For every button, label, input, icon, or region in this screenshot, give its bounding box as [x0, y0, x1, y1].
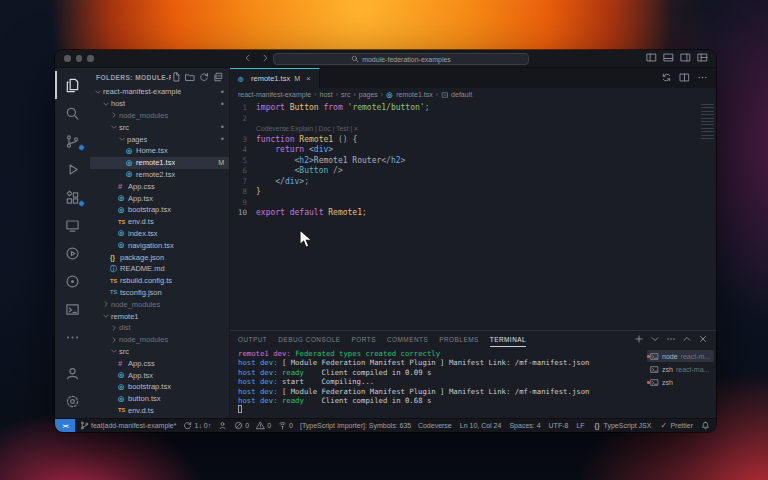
- status-cursor-position[interactable]: Ln 10, Col 24: [460, 422, 502, 429]
- activity-codeverse[interactable]: [55, 267, 90, 295]
- codelens-actions[interactable]: Codeverse:Explain | Doc | Test | ×: [256, 124, 358, 135]
- tree-item-package-json[interactable]: {}package.json: [90, 251, 229, 263]
- activity-remote-explorer[interactable]: [55, 211, 90, 239]
- status-ports[interactable]: 0: [278, 421, 293, 430]
- tree-item-remote1[interactable]: remote1: [90, 310, 229, 322]
- status-formatter[interactable]: ✓Prettier: [659, 421, 693, 430]
- tree-item-bootstrap-tsx[interactable]: ◎bootstrap.tsx: [90, 381, 229, 393]
- more-button[interactable]: [697, 72, 708, 85]
- refresh-button[interactable]: [199, 72, 209, 83]
- status-live-share[interactable]: [218, 421, 227, 430]
- activity-search[interactable]: [55, 99, 90, 127]
- activity-more[interactable]: [55, 323, 90, 351]
- tree-item-remote1-tsx[interactable]: ◎remote1.tsxM: [90, 157, 229, 169]
- tree-item-remote2-tsx[interactable]: ◎remote2.tsx: [90, 169, 229, 181]
- close-tab-icon[interactable]: ×: [306, 74, 311, 83]
- editor-tab-remote1[interactable]: ◎ remote1.tsx M ×: [230, 68, 320, 88]
- tree-item-node-modules[interactable]: node_modules: [90, 334, 229, 346]
- breadcrumb-remote1-tsx[interactable]: ◎remote1.tsx: [386, 91, 433, 99]
- panel-tab-output[interactable]: OUTPUT: [238, 331, 267, 347]
- panel-chev-up-button[interactable]: [682, 334, 692, 345]
- tree-item-readme-md[interactable]: ⓘREADME.md: [90, 263, 229, 275]
- open-changes-button[interactable]: [661, 72, 672, 85]
- history-forward-button[interactable]: [260, 53, 270, 65]
- panel-tab-debug-console[interactable]: DEBUG CONSOLE: [278, 331, 340, 347]
- status-git-branch[interactable]: feat|add-manifest-example*: [80, 421, 176, 430]
- new-folder-button[interactable]: [185, 72, 195, 83]
- remote-indicator[interactable]: ><: [55, 419, 75, 433]
- new-file-button[interactable]: [171, 72, 181, 83]
- panel-more-button[interactable]: [666, 334, 676, 345]
- status-ts-importer[interactable]: [TypeScript Importer]: Symbols: 635: [300, 422, 411, 429]
- tree-item-node-modules[interactable]: node_modules: [90, 110, 229, 122]
- breadcrumb-src[interactable]: src: [341, 91, 350, 98]
- tree-item-rsbuild-config-ts[interactable]: TSrsbuild.config.ts: [90, 275, 229, 287]
- tree-item-app-css[interactable]: #App.css: [90, 357, 229, 369]
- activity-extensions[interactable]: [55, 183, 90, 211]
- tree-item-app-css[interactable]: #App.css: [90, 180, 229, 192]
- panel-close-button[interactable]: [698, 334, 708, 345]
- status-codeverse[interactable]: Codeverse: [418, 422, 452, 429]
- tree-item-src[interactable]: src: [90, 346, 229, 358]
- collapse-all-button[interactable]: [213, 72, 223, 83]
- tree-item-react-manifest-example[interactable]: react-manifest-example•: [90, 86, 229, 98]
- panel-plus-button[interactable]: [634, 334, 644, 345]
- terminal-instance-zsh[interactable]: zshreact-ma...: [647, 363, 714, 375]
- split-editor-button[interactable]: [679, 72, 690, 85]
- status-language-mode[interactable]: {}TypeScript JSX: [593, 421, 652, 430]
- close-window-button[interactable]: [64, 55, 71, 62]
- activity-source-control[interactable]: [55, 127, 90, 155]
- status-encoding[interactable]: UTF-8: [549, 422, 569, 429]
- breadcrumb-react-manifest-example[interactable]: react-manifest-example: [238, 91, 311, 98]
- tree-item-tsconfig-json[interactable]: TStsconfig.json: [90, 287, 229, 299]
- tree-item-bootstrap-tsx[interactable]: ◎bootstrap.tsx: [90, 204, 229, 216]
- status-indentation[interactable]: Spaces: 4: [509, 422, 540, 429]
- tree-item-env-d-ts[interactable]: TSenv.d.ts: [90, 405, 229, 417]
- titlebar[interactable]: module-federation-examples: [55, 50, 716, 68]
- tree-item-navigation-tsx[interactable]: ◎navigation.tsx: [90, 239, 229, 251]
- tree-item-button-tsx[interactable]: ◎button.tsx: [90, 393, 229, 405]
- minimize-window-button[interactable]: [76, 55, 83, 62]
- activity-run-circle[interactable]: [55, 239, 90, 267]
- zoom-window-button[interactable]: [87, 55, 94, 62]
- activity-terminal[interactable]: [55, 295, 90, 323]
- tree-item-app-tsx[interactable]: ◎App.tsx: [90, 369, 229, 381]
- status-warnings[interactable]: 0: [256, 421, 271, 430]
- status-git-sync[interactable]: 1↓ 0↑: [183, 421, 211, 430]
- tree-item-node-modules[interactable]: node_modules: [90, 298, 229, 310]
- tree-item-index-tsx[interactable]: ◎index.tsx: [90, 228, 229, 240]
- explorer-section-header[interactable]: FOLDERS: MODULE-FE...: [96, 74, 171, 81]
- panel-tab-terminal[interactable]: TERMINAL: [490, 331, 526, 347]
- breadcrumb-pages[interactable]: pages: [359, 91, 378, 98]
- command-center-search[interactable]: module-federation-examples: [273, 53, 529, 65]
- layout-panel-button[interactable]: [663, 52, 674, 65]
- activity-account[interactable]: [55, 359, 90, 387]
- terminal-instance-zsh[interactable]: zsh: [647, 376, 714, 388]
- tree-item-src[interactable]: src•: [90, 121, 229, 133]
- layout-sidebar-left-button[interactable]: [646, 52, 657, 65]
- breadcrumb-default[interactable]: default: [441, 91, 472, 99]
- activity-run-debug[interactable]: [55, 155, 90, 183]
- layout-sidebar-right-button[interactable]: [680, 52, 691, 65]
- status-notifications[interactable]: [701, 421, 710, 430]
- history-back-button[interactable]: [243, 53, 253, 65]
- tree-item-host[interactable]: host•: [90, 98, 229, 110]
- breadcrumb-host[interactable]: host: [319, 91, 332, 98]
- panel-chev-down-button[interactable]: [650, 334, 660, 345]
- minimap[interactable]: [701, 104, 714, 140]
- terminal-output[interactable]: remote1 dev: Federated types created cor…: [230, 347, 644, 418]
- panel-tab-problems[interactable]: PROBLEMS: [439, 331, 479, 347]
- tree-item-home-tsx[interactable]: ◎Home.tsx: [90, 145, 229, 157]
- activity-explorer[interactable]: [55, 71, 90, 99]
- panel-tab-comments[interactable]: COMMENTS: [387, 331, 428, 347]
- tree-item-pages[interactable]: pages•: [90, 133, 229, 145]
- layout-custom-button[interactable]: [697, 52, 708, 65]
- status-eol[interactable]: LF: [576, 422, 584, 429]
- tree-item-env-d-ts[interactable]: TSenv.d.ts: [90, 216, 229, 228]
- tree-item-dist[interactable]: dist: [90, 322, 229, 334]
- tree-item-app-tsx[interactable]: ◎App.tsx: [90, 192, 229, 204]
- status-errors[interactable]: 0: [234, 421, 249, 430]
- terminal-instance-node[interactable]: nodereact-m...: [647, 350, 714, 362]
- panel-tab-ports[interactable]: PORTS: [352, 331, 376, 347]
- code-editor[interactable]: 1import Button from 'remote1/button';2Co…: [230, 101, 716, 330]
